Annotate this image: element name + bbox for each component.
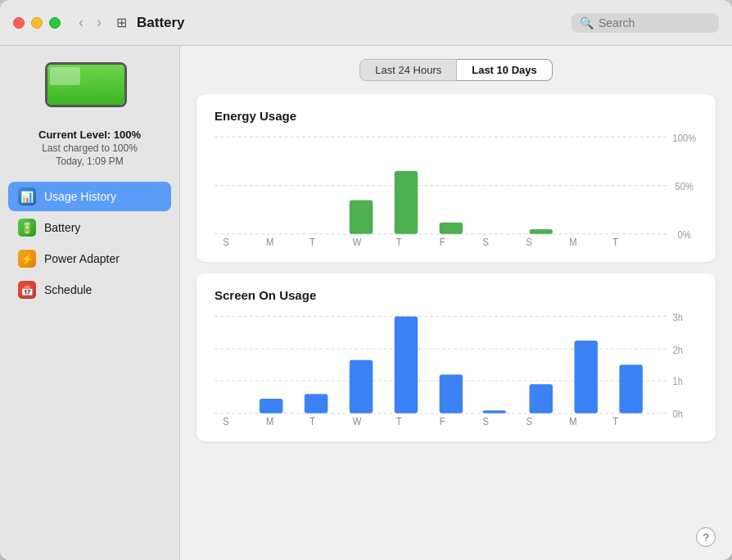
forward-button[interactable]: › xyxy=(92,12,106,33)
svg-text:W: W xyxy=(353,237,362,247)
search-input[interactable] xyxy=(599,16,705,29)
svg-text:T: T xyxy=(612,417,618,427)
battery-level: Current Level: 100% xyxy=(38,129,141,141)
energy-chart-svg: 100% 50% 0% xyxy=(215,133,698,247)
tab-last-24h[interactable]: Last 24 Hours xyxy=(359,59,457,81)
svg-rect-32 xyxy=(350,360,373,413)
search-bar[interactable]: 🔍 xyxy=(572,13,719,33)
svg-rect-31 xyxy=(305,394,328,413)
battery-shine xyxy=(50,67,81,85)
screen-chart-panel: Screen On Usage 3h 2h 1h 0h xyxy=(197,273,716,441)
battery-charged: Last charged to 100% xyxy=(42,142,138,154)
svg-rect-35 xyxy=(483,410,506,413)
svg-text:M: M xyxy=(569,237,576,247)
svg-text:0h: 0h xyxy=(672,409,682,419)
window-title: Battery xyxy=(137,15,572,31)
svg-rect-7 xyxy=(395,171,418,234)
search-icon: 🔍 xyxy=(580,16,594,29)
battery-outer xyxy=(45,62,127,107)
energy-chart-area: 100% 50% 0% xyxy=(215,133,698,247)
svg-text:T: T xyxy=(396,417,402,427)
svg-rect-37 xyxy=(574,341,597,413)
sidebar-item-usage-history[interactable]: 📊 Usage History xyxy=(8,182,171,211)
titlebar: ‹ › ⊞ Battery 🔍 xyxy=(0,0,732,46)
battery-icon: 🔋 xyxy=(18,219,36,237)
svg-text:T: T xyxy=(310,417,315,427)
sidebar-item-power-adapter[interactable]: ⚡ Power Adapter xyxy=(8,244,171,273)
schedule-label: Schedule xyxy=(44,283,92,296)
svg-text:T: T xyxy=(396,237,402,247)
svg-text:S: S xyxy=(223,237,229,247)
grid-icon[interactable]: ⊞ xyxy=(116,15,127,30)
svg-text:2h: 2h xyxy=(672,345,682,355)
svg-rect-8 xyxy=(440,223,463,234)
sidebar-menu: 📊 Usage History 🔋 Battery ⚡ Power Adapte… xyxy=(0,182,179,306)
battery-label: Battery xyxy=(44,221,80,234)
minimize-button[interactable] xyxy=(31,17,43,29)
screen-chart-area: 3h 2h 1h 0h xyxy=(215,312,698,427)
svg-text:F: F xyxy=(440,417,445,427)
svg-text:1h: 1h xyxy=(672,377,682,386)
battery-fill xyxy=(47,65,124,105)
svg-text:T: T xyxy=(612,237,618,247)
svg-text:S: S xyxy=(526,417,532,427)
schedule-icon: 📅 xyxy=(18,281,36,299)
sidebar-item-schedule[interactable]: 📅 Schedule xyxy=(8,275,171,305)
energy-chart-panel: Energy Usage 100% 50% 0% xyxy=(197,94,716,262)
energy-chart-title: Energy Usage xyxy=(215,109,698,123)
screen-chart-svg: 3h 2h 1h 0h xyxy=(215,312,698,427)
svg-rect-36 xyxy=(530,384,553,413)
svg-text:S: S xyxy=(526,237,532,247)
battery-time: Today, 1:09 PM xyxy=(56,156,124,167)
tab-bar: Last 24 Hours Last 10 Days xyxy=(197,59,716,81)
close-button[interactable] xyxy=(13,17,25,29)
power-label: Power Adapter xyxy=(44,252,120,265)
main-content: Current Level: 100% Last charged to 100%… xyxy=(0,46,732,560)
svg-rect-30 xyxy=(260,399,282,413)
svg-text:T: T xyxy=(310,237,315,247)
main-window: ‹ › ⊞ Battery 🔍 Current Level: 100% Last xyxy=(0,0,732,560)
traffic-lights xyxy=(13,17,61,29)
maximize-button[interactable] xyxy=(49,17,61,29)
battery-tip xyxy=(126,77,127,93)
svg-rect-34 xyxy=(440,374,463,413)
svg-text:3h: 3h xyxy=(672,312,682,322)
svg-rect-9 xyxy=(530,229,553,234)
right-panel: Last 24 Hours Last 10 Days Energy Usage … xyxy=(180,46,732,560)
svg-text:M: M xyxy=(569,417,576,427)
battery-icon-container xyxy=(45,62,135,115)
svg-text:M: M xyxy=(266,417,273,427)
tab-last-10d[interactable]: Last 10 Days xyxy=(457,59,553,81)
svg-text:M: M xyxy=(266,237,273,247)
power-icon: ⚡ xyxy=(18,250,36,268)
nav-buttons: ‹ › xyxy=(74,12,106,33)
usage-history-label: Usage History xyxy=(44,190,116,203)
svg-text:100%: 100% xyxy=(672,133,696,142)
usage-history-icon: 📊 xyxy=(18,187,36,205)
svg-rect-6 xyxy=(350,200,373,233)
sidebar-item-battery[interactable]: 🔋 Battery xyxy=(8,213,171,242)
screen-chart-title: Screen On Usage xyxy=(215,288,698,302)
svg-rect-38 xyxy=(619,365,642,413)
svg-text:F: F xyxy=(440,237,445,247)
svg-text:S: S xyxy=(483,417,490,427)
back-button[interactable]: ‹ xyxy=(74,12,88,33)
sidebar: Current Level: 100% Last charged to 100%… xyxy=(0,46,180,560)
svg-text:S: S xyxy=(483,237,490,247)
svg-rect-33 xyxy=(395,316,418,413)
help-button[interactable]: ? xyxy=(696,527,716,547)
svg-text:0%: 0% xyxy=(678,230,691,240)
svg-text:W: W xyxy=(353,417,362,427)
svg-text:S: S xyxy=(223,417,229,427)
svg-text:50%: 50% xyxy=(676,182,694,192)
